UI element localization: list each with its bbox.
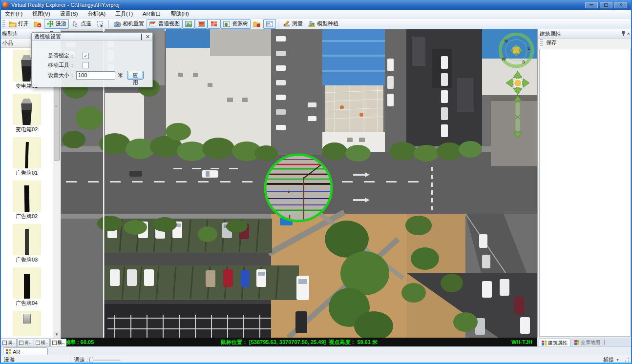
tab-building-properties[interactable]: 建筑属性: [539, 339, 570, 346]
normal-view-icon: [149, 20, 157, 28]
panel-tab-resources[interactable]: 资..: [17, 339, 33, 346]
menu-tools[interactable]: 工具(T): [110, 10, 138, 18]
roam-button[interactable]: 漫游: [44, 19, 69, 29]
model-library-title: 模型库: [2, 30, 18, 38]
app-icon: [2, 2, 8, 8]
ar-icon: [6, 349, 11, 354]
application-window: Virtual Reality Explorer - G:\Hangyu\HY.…: [0, 0, 632, 364]
terrain-view-button[interactable]: [182, 19, 195, 29]
panel-icon: [574, 340, 579, 345]
lens-settings-dialog: 透视镜设置 ✕ 是否锁定： ✓ 移动工具： 设置大小： 米 应用: [31, 32, 153, 87]
marquee-select-button[interactable]: [94, 19, 106, 29]
panel-tab-model-library[interactable]: 模..: [50, 339, 66, 346]
close-project-button[interactable]: [31, 19, 44, 29]
model-thumbnail: [13, 94, 41, 125]
statusbar-separator: [70, 357, 70, 363]
lock-row: 是否锁定： ✓: [48, 52, 89, 60]
model-thumbnail: [13, 224, 41, 255]
dialog-title-bar[interactable]: 透视镜设置 ✕: [32, 33, 152, 41]
tab-ar[interactable]: AR: [3, 347, 48, 355]
move-tool-label: 移动工具：: [48, 61, 75, 69]
normal-view-button[interactable]: 普通视图: [147, 19, 182, 29]
pick-button[interactable]: 点选: [69, 19, 94, 29]
toolbar-separator: [108, 20, 109, 28]
scroll-down-icon[interactable]: ▼: [53, 331, 60, 338]
building-properties-title: 建筑属性: [540, 30, 561, 38]
move-tool-checkbox[interactable]: [83, 62, 89, 68]
measure-icon: [283, 20, 291, 28]
model-list-scrollbar[interactable]: ▲ ▼: [53, 48, 60, 338]
model-thumbnail: [13, 267, 41, 299]
panel-tab-strip: 属.. 资.. 模.. 模..: [0, 338, 61, 346]
menu-view[interactable]: 视图(V): [27, 10, 55, 18]
speed-slider-thumb[interactable]: [89, 357, 93, 364]
size-input[interactable]: [76, 71, 115, 80]
apply-button[interactable]: 应用: [127, 71, 144, 80]
model-item-partial[interactable]: [0, 308, 53, 338]
window-title: Virtual Reality Explorer - G:\Hangyu\HY.…: [11, 2, 120, 8]
model-item[interactable]: 广告牌02: [0, 178, 53, 222]
measure-button[interactable]: 测量: [280, 19, 305, 29]
model-list: 变电箱01 变电箱02 广告牌01 广告牌02 广告牌03 广告牌04: [0, 48, 53, 338]
white-sedan: [202, 170, 218, 178]
size-label: 设置大小：: [48, 72, 75, 79]
list-view-button[interactable]: [263, 19, 276, 29]
panel-icon: [52, 341, 57, 345]
unit-label: 米: [118, 72, 123, 79]
camera-reset-icon: [113, 20, 121, 28]
station-label: WH-TJH: [511, 339, 537, 345]
panel-tab-models[interactable]: 模..: [34, 339, 50, 346]
model-thumbnail: [13, 311, 41, 336]
red-grid-icon: [210, 20, 218, 28]
building-properties-panel: 建筑属性 × 保存: [537, 29, 632, 338]
resource-tree-icon: [223, 20, 231, 28]
maximize-button[interactable]: [600, 2, 612, 8]
resize-grip[interactable]: [625, 357, 630, 362]
menu-help[interactable]: 帮助(H): [166, 10, 193, 18]
tab-panorama-map[interactable]: 全景地图: [571, 339, 603, 346]
mode-label: 漫游: [0, 356, 15, 364]
toolbar-grip[interactable]: [2, 20, 5, 28]
panel-tab-properties[interactable]: 属..: [0, 339, 17, 346]
model-plant-button[interactable]: 模型种植: [305, 19, 341, 29]
viewport-status-bar: 帧率 : 60.05 鼠标位置： [538795.63, 3370707.50,…: [61, 338, 537, 346]
properties-body: [539, 49, 631, 337]
model-item[interactable]: 广告牌04: [0, 265, 53, 308]
menu-ar-window[interactable]: AR窗口: [138, 10, 166, 18]
ar-tab-row: AR: [0, 346, 632, 355]
model-item[interactable]: 广告牌03: [0, 222, 53, 265]
title-bar: Virtual Reality Explorer - G:\Hangyu\HY.…: [0, 0, 632, 10]
terrain-view-icon: [185, 20, 192, 28]
red-screen-button[interactable]: [195, 19, 208, 29]
menu-settings[interactable]: 设置(S): [55, 10, 83, 18]
panel-icon: [36, 341, 40, 345]
compass-n: N: [505, 39, 508, 43]
chevron-down-icon: ▼: [616, 358, 619, 362]
menu-file[interactable]: 文件(F): [0, 10, 27, 18]
save-button[interactable]: 保存: [546, 39, 557, 46]
close-button[interactable]: ×: [614, 2, 627, 8]
pin-icon[interactable]: [621, 31, 625, 36]
dialog-close-button[interactable]: ✕: [146, 34, 150, 39]
move-tool-row: 移动工具：: [48, 61, 89, 69]
model-item[interactable]: 变电箱02: [0, 91, 53, 135]
camera-reset-button[interactable]: 相机重置: [111, 19, 147, 29]
mouse-position-readout: 鼠标位置： [538795.63, 3370707.50, 25.49] 视点高…: [61, 339, 537, 346]
red-screen-icon: [197, 20, 205, 28]
resource-tree-button[interactable]: 资源树: [220, 19, 251, 29]
roam-icon: [46, 20, 54, 28]
model-item[interactable]: 广告牌01: [0, 135, 53, 178]
lock-checkbox[interactable]: ✓: [83, 53, 89, 59]
speed-slider[interactable]: [89, 360, 121, 361]
menu-bar: 文件(F) 视图(V) 设置(S) 分析(A) 工具(T) AR窗口 帮助(H): [0, 10, 632, 19]
favorites-folder-button[interactable]: [251, 19, 263, 29]
folder-fav-icon: [253, 20, 261, 28]
dialog-maximize-button[interactable]: [141, 34, 142, 40]
compass-e: E: [527, 46, 530, 51]
close-icon[interactable]: ×: [627, 31, 630, 36]
menu-analysis[interactable]: 分析(A): [83, 10, 110, 18]
list-view-icon: [266, 20, 274, 28]
minimize-button[interactable]: [585, 2, 598, 8]
open-button[interactable]: 打开: [6, 19, 31, 29]
red-grid-button[interactable]: [208, 19, 220, 29]
